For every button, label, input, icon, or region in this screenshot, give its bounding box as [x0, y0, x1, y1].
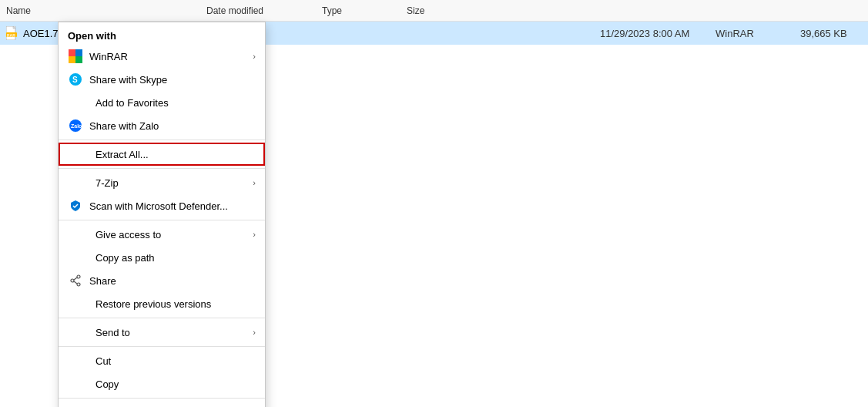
menu-item-scan-defender[interactable]: Scan with Microsoft Defender...: [59, 194, 265, 217]
share-icon: [68, 273, 83, 288]
share-skype-label: Share with Skype: [89, 74, 167, 86]
menu-item-restore-versions[interactable]: Restore previous versions: [59, 292, 265, 315]
svg-text:RAR: RAR: [7, 33, 15, 38]
divider-4: [59, 318, 265, 318]
restore-icon: [68, 296, 89, 311]
give-access-icon: [68, 227, 89, 242]
file-type: WinRAR: [716, 28, 800, 39]
col-header-size: Size: [407, 5, 468, 16]
give-access-label: Give access to: [96, 229, 161, 240]
menu-item-create-shortcut[interactable]: Create shortcut: [59, 401, 265, 407]
col-header-name: Name: [6, 5, 206, 16]
add-favorites-label: Add to Favorites: [96, 97, 169, 109]
send-to-label: Send to: [96, 327, 130, 338]
send-to-icon: [68, 325, 89, 340]
copy-path-label: Copy as path: [96, 252, 155, 264]
defender-icon: [68, 198, 83, 214]
menu-item-extract-all[interactable]: Extract All...: [59, 143, 265, 166]
send-to-arrow: ›: [253, 328, 256, 337]
menu-item-send-to[interactable]: Send to ›: [59, 321, 265, 344]
restore-versions-label: Restore previous versions: [96, 298, 211, 310]
extract-icon: [68, 146, 89, 162]
cut-label: Cut: [96, 355, 111, 367]
divider-6: [59, 398, 265, 399]
copy-path-icon: [68, 250, 89, 265]
winrar-arrow: ›: [253, 52, 256, 61]
extract-all-label: Extract All...: [96, 149, 149, 160]
col-header-date: Date modified: [206, 5, 322, 16]
7zip-label: 7-Zip: [96, 177, 119, 189]
file-date: 11/29/2023 8:00 AM: [600, 28, 716, 39]
7zip-icon: [68, 175, 89, 190]
svg-rect-7: [75, 56, 82, 63]
svg-text:S: S: [72, 76, 78, 84]
svg-line-15: [74, 278, 77, 280]
share-zalo-label: Share with Zalo: [89, 120, 159, 132]
file-table-header: Name Date modified Type Size: [0, 0, 868, 22]
file-size: 39,665 KB: [800, 28, 862, 39]
zalo-icon: Zalo: [68, 118, 83, 133]
svg-line-16: [74, 281, 77, 284]
divider-3: [59, 220, 265, 220]
favorites-icon: [68, 95, 89, 110]
menu-item-add-favorites[interactable]: Add to Favorites: [59, 91, 265, 114]
context-menu: Open with WinRAR › S Share: [58, 22, 266, 407]
svg-point-13: [71, 279, 74, 282]
menu-item-cut[interactable]: Cut: [59, 349, 265, 372]
divider-5: [59, 346, 265, 347]
svg-point-14: [77, 283, 80, 286]
7zip-arrow: ›: [253, 178, 256, 187]
menu-item-share-skype[interactable]: S Share with Skype: [59, 68, 265, 91]
file-type-icon: RAR: [6, 27, 18, 39]
divider-2: [59, 168, 265, 169]
col-header-type: Type: [322, 5, 407, 16]
menu-item-share[interactable]: Share: [59, 269, 265, 292]
winrar-label: WinRAR: [89, 51, 128, 62]
menu-item-copy-path[interactable]: Copy as path: [59, 246, 265, 269]
open-with-label: Open with: [59, 25, 265, 45]
menu-item-share-zalo[interactable]: Zalo Share with Zalo: [59, 114, 265, 137]
menu-item-winrar[interactable]: WinRAR ›: [59, 45, 265, 68]
menu-item-7zip[interactable]: 7-Zip ›: [59, 171, 265, 194]
svg-point-12: [77, 275, 80, 278]
skype-icon: S: [68, 72, 83, 87]
copy-icon: [68, 376, 89, 392]
give-access-arrow: ›: [253, 230, 256, 239]
winrar-icon: [68, 49, 83, 64]
cut-icon: [68, 353, 89, 368]
scan-defender-label: Scan with Microsoft Defender...: [89, 200, 228, 212]
menu-item-give-access[interactable]: Give access to ›: [59, 223, 265, 246]
divider-1: [59, 140, 265, 140]
svg-text:Zalo: Zalo: [71, 123, 82, 129]
share-label: Share: [89, 275, 116, 287]
explorer-background: Name Date modified Type Size RAR AOE1.7z…: [0, 0, 868, 407]
menu-item-copy[interactable]: Copy: [59, 372, 265, 395]
svg-rect-6: [69, 49, 75, 56]
copy-label: Copy: [96, 378, 119, 390]
